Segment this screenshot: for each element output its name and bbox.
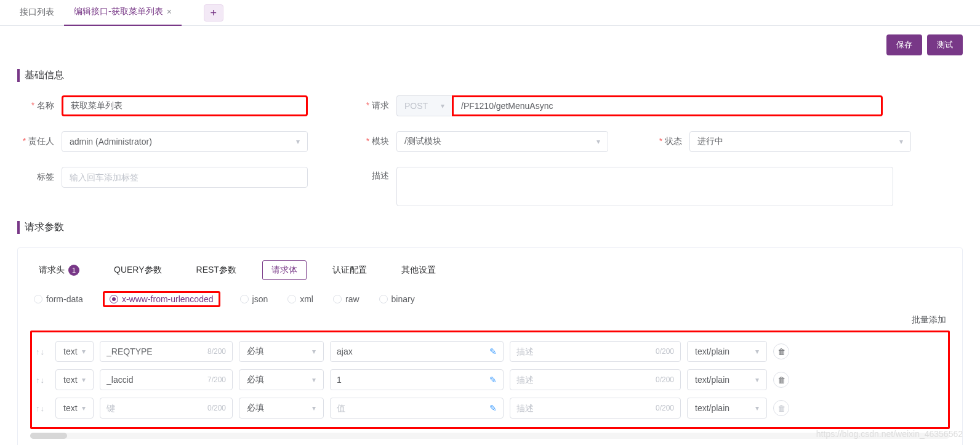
radio-circle-icon [379, 295, 388, 303]
owner-select[interactable]: admin (Administrator) ▾ [62, 131, 308, 152]
param-desc-input[interactable] [516, 347, 656, 356]
param-type-select[interactable]: text▾ [55, 398, 94, 419]
sort-handle[interactable]: ↑↓ [36, 375, 49, 385]
scrollbar[interactable] [30, 433, 950, 439]
tab-edit-api[interactable]: 编辑接口-获取菜单列表 × [64, 0, 182, 26]
subtab-headers[interactable]: 请求头 1 [30, 261, 88, 279]
chevron-down-icon: ▾ [755, 404, 759, 412]
method-select[interactable]: POST ▾ [396, 95, 452, 116]
edit-icon[interactable]: ✎ [486, 403, 497, 413]
radio-label: form-data [46, 294, 83, 304]
radio-circle-icon [287, 295, 296, 303]
add-tab-button[interactable]: + [204, 4, 223, 22]
content-type-select[interactable]: text/plain▾ [687, 341, 767, 362]
radio-formdata[interactable]: form-data [34, 294, 83, 304]
param-value-input[interactable] [337, 347, 486, 356]
param-row: ↑↓text▾0/200必填▾✎0/200text/plain▾🗑 [36, 394, 944, 422]
param-type-select[interactable]: text▾ [55, 369, 94, 390]
scrollbar-thumb[interactable] [30, 433, 67, 439]
chevron-down-icon: ▾ [596, 137, 600, 146]
save-button[interactable]: 保存 [886, 34, 922, 55]
required-value: 必填 [247, 346, 264, 357]
method-value: POST [404, 101, 428, 111]
chevron-down-icon: ▾ [755, 347, 759, 356]
param-desc-input[interactable] [516, 403, 656, 413]
chevron-down-icon: ▾ [755, 375, 759, 384]
chevron-down-icon: ▾ [899, 137, 903, 146]
param-key-input[interactable] [106, 347, 207, 356]
param-required-select[interactable]: 必填▾ [239, 341, 324, 362]
params-panel: 请求头 1 QUERY参数 REST参数 请求体 认证配置 其他设置 form-… [17, 247, 963, 445]
param-key-wrap: 0/200 [100, 398, 233, 419]
param-row: ↑↓text▾8/200必填▾✎0/200text/plain▾🗑 [36, 337, 944, 366]
type-value: text [63, 403, 78, 413]
desc-counter: 0/200 [656, 375, 674, 384]
param-value-input[interactable] [337, 375, 486, 385]
radio-urlencoded[interactable]: x-www-from-urlencoded [110, 294, 214, 304]
param-row: ↑↓text▾7/200必填▾✎0/200text/plain▾🗑 [36, 366, 944, 394]
subtab-query[interactable]: QUERY参数 [105, 261, 171, 279]
param-desc-wrap: 0/200 [510, 369, 681, 390]
label-name: 名称 [17, 100, 62, 111]
tab-api-list[interactable]: 接口列表 [10, 1, 64, 25]
param-required-select[interactable]: 必填▾ [239, 398, 324, 419]
param-desc-wrap: 0/200 [510, 398, 681, 419]
label-status: 状态 [645, 136, 689, 147]
radio-json[interactable]: json [240, 294, 268, 304]
param-desc-input[interactable] [516, 375, 656, 385]
delete-row-button[interactable]: 🗑 [773, 343, 789, 359]
radio-label: x-www-from-urlencoded [122, 294, 214, 304]
radio-xml[interactable]: xml [287, 294, 313, 304]
subtab-other[interactable]: 其他设置 [393, 261, 444, 279]
param-key-wrap: 8/200 [100, 341, 233, 362]
chevron-down-icon: ▾ [312, 404, 316, 412]
action-bar: 保存 测试 [17, 26, 963, 64]
key-counter: 7/200 [207, 375, 226, 384]
ct-value: text/plain [695, 375, 729, 385]
radio-circle-icon [333, 295, 342, 303]
param-type-select[interactable]: text▾ [55, 341, 94, 362]
desc-counter: 0/200 [656, 347, 674, 356]
edit-icon[interactable]: ✎ [486, 347, 497, 356]
label-request: 请求 [352, 100, 396, 111]
edit-icon[interactable]: ✎ [486, 375, 497, 385]
sort-handle[interactable]: ↑↓ [36, 347, 49, 356]
param-key-input[interactable] [106, 375, 207, 385]
key-counter: 8/200 [207, 347, 226, 356]
chevron-down-icon: ▾ [82, 347, 86, 356]
chevron-down-icon: ▾ [82, 375, 86, 384]
body-type-radios: form-data x-www-from-urlencoded json xml… [30, 287, 950, 315]
desc-textarea[interactable] [396, 167, 893, 206]
test-button[interactable]: 测试 [927, 34, 963, 55]
param-value-wrap: ✎ [330, 369, 504, 390]
subtab-body[interactable]: 请求体 [262, 260, 307, 280]
sort-handle[interactable]: ↑↓ [36, 404, 49, 413]
tags-input[interactable] [62, 167, 308, 188]
content-type-select[interactable]: text/plain▾ [687, 398, 767, 419]
batch-add-link[interactable]: 批量添加 [30, 315, 950, 331]
subtab-auth[interactable]: 认证配置 [324, 261, 376, 279]
param-key-wrap: 7/200 [100, 369, 233, 390]
radio-label: binary [392, 294, 415, 304]
radio-binary[interactable]: binary [379, 294, 415, 304]
param-subtabs: 请求头 1 QUERY参数 REST参数 请求体 认证配置 其他设置 [30, 254, 950, 287]
module-value: /测试模块 [404, 136, 441, 147]
radio-label: xml [300, 294, 313, 304]
path-input[interactable] [452, 95, 883, 116]
status-value: 进行中 [697, 136, 723, 147]
param-value-input[interactable] [337, 403, 486, 413]
top-tabs: 接口列表 编辑接口-获取菜单列表 × + [0, 0, 980, 26]
close-icon[interactable]: × [167, 7, 172, 17]
status-select[interactable]: 进行中 ▾ [689, 131, 911, 152]
content-type-select[interactable]: text/plain▾ [687, 369, 767, 390]
param-desc-wrap: 0/200 [510, 341, 681, 362]
param-key-input[interactable] [106, 403, 207, 413]
module-select[interactable]: /测试模块 ▾ [396, 131, 608, 152]
required-value: 必填 [247, 403, 264, 414]
desc-counter: 0/200 [656, 404, 674, 412]
subtab-rest[interactable]: REST参数 [188, 261, 245, 279]
delete-row-button[interactable]: 🗑 [773, 372, 789, 388]
name-input[interactable] [62, 95, 308, 116]
param-required-select[interactable]: 必填▾ [239, 369, 324, 390]
radio-raw[interactable]: raw [333, 294, 359, 304]
